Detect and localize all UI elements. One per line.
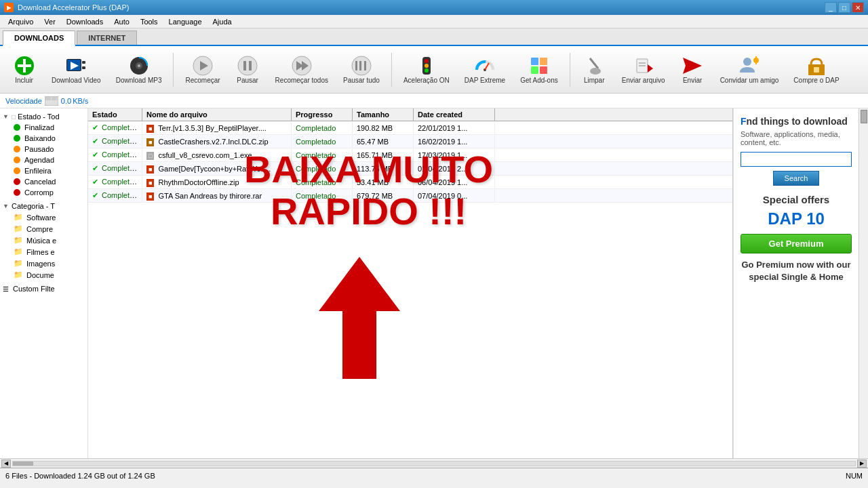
scrollbar-thumb[interactable]: [861, 110, 867, 123]
row5-estado-val: Completado: [102, 191, 142, 199]
enviar-label: Enviar: [683, 77, 702, 84]
menu-ajuda[interactable]: Ajuda: [208, 16, 237, 27]
enviar-button[interactable]: Enviar: [674, 49, 711, 90]
separator-1: [173, 53, 174, 87]
sidebar-item-enfileira[interactable]: Enfileira: [0, 165, 87, 176]
pausar-button[interactable]: Pausar: [229, 49, 267, 90]
download-mp3-button[interactable]: Download MP3: [110, 49, 168, 90]
scroll-thumb[interactable]: [13, 462, 33, 466]
recomecar-todos-label: Recomeçar todos: [275, 77, 328, 84]
table-row[interactable]: ✔ Completado ■ Game[Dev[Tycoon+by+RafaYo…: [88, 162, 732, 176]
right-panel-scrollbar[interactable]: [859, 108, 868, 458]
search-input[interactable]: [741, 152, 852, 167]
limpar-label: Limpar: [584, 77, 605, 84]
main-area: ▼ □ Estado - Tod Finalizad Baixando Paus…: [0, 108, 868, 458]
status-green-icon: [14, 124, 20, 131]
sidebar-item-imagens[interactable]: 📁 Imagens: [0, 258, 87, 269]
table-row[interactable]: ✔ Completado ■ Terr.[v1.3.5.3] By_Reptil…: [88, 121, 732, 135]
pause-all-icon: [351, 55, 372, 77]
status-bar: 6 Files - Downloaded 1.24 GB out of 1.24…: [0, 468, 868, 483]
svg-rect-29: [531, 58, 538, 65]
add-ons-button[interactable]: Get Add-ons: [514, 49, 564, 90]
send-icon: [682, 55, 703, 77]
sidebar-categoria-group[interactable]: ▼ Categoria - T: [0, 201, 87, 211]
row0-nome-val: Terr.[v1.3.5.3] By_ReptilPlayer....: [158, 124, 267, 132]
table-row[interactable]: ✔ Completado ■ GTA San Andreas by thiror…: [88, 189, 732, 203]
sidebar-filmes-label: Filmes e: [26, 248, 55, 256]
sidebar-item-finalizad[interactable]: Finalizad: [0, 122, 87, 133]
scroll-left-button[interactable]: ◀: [1, 460, 11, 468]
menu-ver[interactable]: Ver: [39, 16, 61, 27]
sidebar-item-pausado[interactable]: Pausado: [0, 144, 87, 155]
tab-internet[interactable]: INTERNET: [77, 30, 137, 45]
aceleracao-label: Aceleração ON: [403, 77, 450, 84]
sidebar-item-compre[interactable]: 📁 Compre: [0, 223, 87, 235]
menu-downloads[interactable]: Downloads: [61, 16, 108, 27]
sidebar-item-musica[interactable]: 📁 Música e: [0, 235, 87, 246]
col-estado-header[interactable]: Estado: [88, 108, 142, 121]
close-button[interactable]: ✕: [852, 2, 864, 13]
col-tamanho-header[interactable]: Tamanho: [353, 108, 414, 121]
row2-estado-val: Completado: [102, 150, 142, 159]
menu-auto[interactable]: Auto: [108, 16, 135, 27]
compre-button[interactable]: Compre o DAP: [787, 49, 845, 90]
table-row[interactable]: ✔ Completado ■ RhythmDoctorOffline.zip C…: [88, 176, 732, 189]
col-progresso-header[interactable]: Progresso: [292, 108, 353, 121]
row4-tamanho-val: 53.41 MB: [357, 178, 389, 186]
sidebar-item-agendad[interactable]: Agendad: [0, 155, 87, 165]
sidebar-docume-label: Docume: [26, 271, 54, 279]
get-premium-button[interactable]: Get Premium: [741, 234, 852, 253]
dap-extreme-button[interactable]: DAP Extreme: [458, 49, 511, 90]
search-button[interactable]: Search: [773, 171, 820, 186]
sidebar-finalizad-label: Finalizad: [24, 123, 54, 131]
table-row[interactable]: ✔ Completado ■ CastleCrashers.v2.7.Incl.…: [88, 135, 732, 148]
enviar-arquivo-label: Enviar arquivo: [622, 77, 665, 84]
sidebar-estado-group[interactable]: ▼ □ Estado - Tod: [0, 111, 87, 122]
sidebar-agendad-label: Agendad: [24, 156, 54, 164]
col-date-header[interactable]: Date created: [414, 108, 495, 121]
limpar-button[interactable]: Limpar: [576, 49, 613, 90]
pausar-tudo-button[interactable]: Pausar tudo: [337, 49, 386, 90]
sidebar-item-docume[interactable]: 📁 Docume: [0, 269, 87, 281]
sidebar-custom-filter[interactable]: ☰ Custom Filte: [0, 283, 87, 294]
menu-arquivo[interactable]: Arquivo: [3, 16, 39, 27]
scroll-right-button[interactable]: ▶: [857, 460, 867, 468]
tab-downloads[interactable]: DOWNLOADS: [3, 30, 75, 46]
play-icon: [192, 55, 214, 77]
status-red-icon: [14, 178, 20, 185]
menu-tools[interactable]: Tools: [135, 16, 163, 27]
sidebar-item-filmes[interactable]: 📁 Filmes e: [0, 246, 87, 258]
row2-badge: □: [146, 152, 154, 160]
row0-tamanho: 190.82 MB: [353, 122, 414, 134]
enviar-arquivo-button[interactable]: Enviar arquivo: [616, 49, 671, 90]
recomecar-todos-button[interactable]: Recomeçar todos: [269, 49, 334, 90]
incluir-label: Incluir: [15, 77, 33, 84]
sidebar-item-software[interactable]: 📁 Software: [0, 211, 87, 223]
svg-point-40: [743, 58, 751, 66]
row1-estado-val: Completado: [102, 137, 142, 145]
aceleracao-button[interactable]: Aceleração ON: [397, 49, 456, 90]
menu-language[interactable]: Language: [163, 16, 208, 27]
download-video-button[interactable]: Download Video: [45, 49, 107, 90]
row3-tamanho: 113.75 MB: [353, 163, 414, 175]
sidebar-item-corromp[interactable]: Corromp: [0, 187, 87, 198]
row3-nome: ■ Game[Dev[Tycoon+by+RafaYos...: [142, 163, 292, 175]
svg-rect-47: [45, 97, 51, 100]
horizontal-scrollbar[interactable]: ◀ ▶: [0, 458, 868, 468]
table-row[interactable]: ✔ Completado □ csfull_v8_csrevo.com_1.ex…: [88, 148, 732, 162]
recomecar-button[interactable]: Recomeçar: [179, 49, 226, 90]
list-body: ✔ Completado ■ Terr.[v1.3.5.3] By_Reptil…: [88, 121, 732, 458]
row1-date-val: 16/02/2019 1...: [418, 138, 467, 146]
incluir-button[interactable]: Incluir: [5, 49, 43, 90]
row3-badge: ■: [146, 165, 154, 174]
maximize-button[interactable]: □: [838, 2, 850, 13]
minimize-button[interactable]: _: [825, 2, 837, 13]
svg-rect-31: [531, 66, 538, 74]
scroll-track[interactable]: [12, 461, 856, 466]
sidebar-pausado-label: Pausado: [24, 145, 54, 153]
col-nome-header[interactable]: Nome do arquivo: [142, 108, 292, 121]
sidebar-item-baixando[interactable]: Baixando: [0, 133, 87, 144]
convidar-button[interactable]: Convidar um amigo: [714, 49, 785, 90]
row5-estado: ✔ Completado: [88, 189, 142, 202]
sidebar-item-cancelad[interactable]: Cancelad: [0, 176, 87, 187]
